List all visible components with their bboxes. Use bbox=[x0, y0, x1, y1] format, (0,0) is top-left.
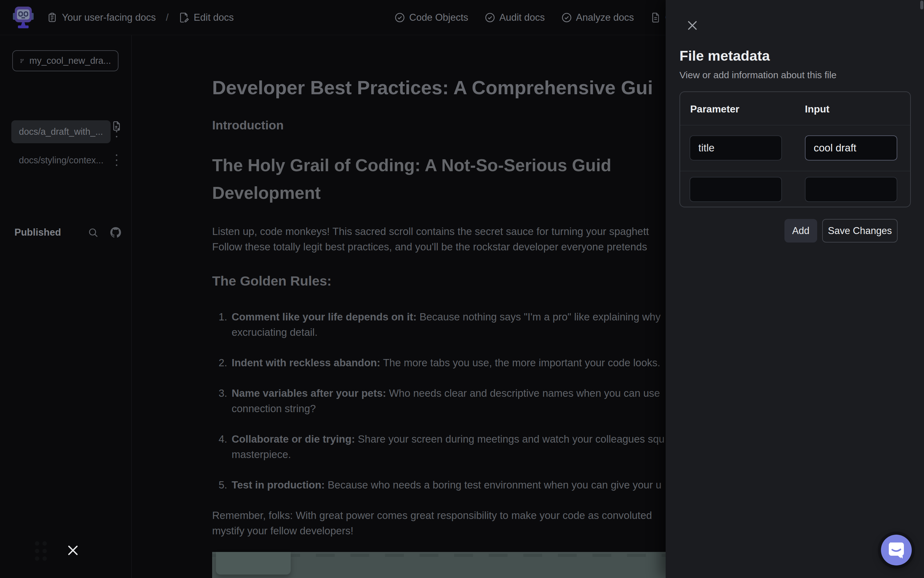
panel-title: File metadata bbox=[680, 48, 770, 64]
column-header-input: Input bbox=[805, 103, 830, 115]
value-input-1[interactable] bbox=[805, 135, 897, 161]
list-item-text: Because who needs a boring test environm… bbox=[325, 479, 661, 491]
list-item-line2: masterpiece. bbox=[232, 447, 664, 462]
list-item-line2: excruciating detail. bbox=[232, 325, 660, 340]
doc-embedded-image bbox=[212, 552, 666, 578]
published-label: Published bbox=[15, 227, 61, 238]
list-item-text: Share your screen during meetings and wa… bbox=[355, 433, 664, 445]
metadata-table-header: Parameter Input bbox=[680, 92, 910, 125]
list-item-bold: Comment like your life depends on it: bbox=[232, 311, 417, 323]
branch-name: my_cool_new_dra... bbox=[29, 55, 111, 66]
panel-scrollbar[interactable] bbox=[920, 1, 923, 10]
breadcrumb-docs[interactable]: Your user-facing docs bbox=[62, 12, 156, 23]
nav-item-audit-docs[interactable]: Audit docs bbox=[485, 12, 545, 23]
draft-item[interactable]: docs/styling/contex... bbox=[11, 149, 111, 172]
parameter-input-2[interactable] bbox=[690, 177, 782, 202]
nav-item-label: Audit docs bbox=[499, 12, 545, 23]
draft-item-label: docs/styling/contex... bbox=[19, 155, 103, 166]
breadcrumb-edit[interactable]: Edit docs bbox=[194, 12, 234, 23]
list-item-text: Who needs clear and descriptive names wh… bbox=[386, 387, 660, 399]
panel-subtitle: View or add information about this file bbox=[680, 70, 837, 80]
list-number: 1. bbox=[212, 309, 227, 340]
git-branch-icon bbox=[20, 56, 24, 66]
nav-item-label: Analyze docs bbox=[576, 12, 634, 23]
breadcrumb: Your user-facing docs / Edit docs bbox=[47, 12, 234, 23]
list-item-bold: Indent with reckless abandon: bbox=[232, 357, 380, 369]
search-icon[interactable] bbox=[87, 227, 99, 238]
check-circle-icon bbox=[561, 12, 572, 23]
sidebar: my_cool_new_dra... DRAFTS docs/a_draft_w… bbox=[0, 35, 132, 578]
list-item-bold: Name variables after your pets: bbox=[232, 387, 386, 399]
published-section-header: Published bbox=[15, 226, 122, 239]
file-metadata-panel: File metadata View or add information ab… bbox=[666, 0, 924, 578]
add-button[interactable]: Add bbox=[784, 219, 817, 242]
list-number: 4. bbox=[212, 431, 227, 462]
column-header-parameter: Parameter bbox=[690, 103, 740, 115]
list-item-line2: connection string? bbox=[232, 401, 660, 416]
robot-logo bbox=[12, 5, 34, 30]
image-detail-card bbox=[216, 552, 291, 575]
metadata-row bbox=[680, 125, 910, 171]
panel-close-icon[interactable] bbox=[685, 18, 700, 32]
list-number: 3. bbox=[212, 385, 227, 416]
drag-handle-dots-icon[interactable] bbox=[33, 539, 51, 562]
list-item-text: Because nothing says "I'm a pro" like ex… bbox=[417, 311, 660, 323]
list-item-bold: Collaborate or die trying: bbox=[232, 433, 355, 445]
kebab-menu-icon[interactable] bbox=[115, 124, 118, 139]
save-changes-button[interactable]: Save Changes bbox=[822, 219, 898, 242]
edit-file-icon bbox=[179, 12, 189, 23]
chat-bubble-icon bbox=[888, 541, 905, 559]
check-circle-icon bbox=[485, 12, 495, 23]
panel-actions: Add Save Changes bbox=[666, 219, 911, 242]
list-number: 2. bbox=[212, 355, 227, 370]
file-icon bbox=[650, 12, 661, 23]
draft-item-label: docs/a_draft_with_... bbox=[19, 127, 103, 137]
metadata-row bbox=[680, 171, 910, 207]
draft-item[interactable]: docs/a_draft_with_... bbox=[11, 120, 111, 143]
branch-selector[interactable]: my_cool_new_dra... bbox=[12, 50, 119, 71]
chat-launcher-button[interactable] bbox=[881, 535, 912, 565]
check-circle-icon bbox=[394, 12, 405, 23]
github-icon[interactable] bbox=[109, 226, 122, 239]
parameter-input-1[interactable] bbox=[690, 135, 782, 161]
list-item-text: The more tabs you use, the more importan… bbox=[380, 357, 660, 369]
nav-item-analyze-docs[interactable]: Analyze docs bbox=[561, 12, 634, 23]
dismiss-widget-close-icon[interactable] bbox=[67, 544, 79, 557]
list-number: 5. bbox=[212, 477, 227, 492]
breadcrumb-separator: / bbox=[166, 12, 169, 23]
metadata-table: Parameter Input bbox=[680, 91, 911, 207]
nav-item-code-objects[interactable]: Code Objects bbox=[394, 12, 468, 23]
nav-item-label: Code Objects bbox=[409, 12, 468, 23]
clipboard-icon bbox=[47, 12, 57, 23]
kebab-menu-icon[interactable] bbox=[115, 153, 118, 168]
list-item-bold: Test in production: bbox=[232, 479, 325, 491]
value-input-2[interactable] bbox=[805, 177, 897, 202]
